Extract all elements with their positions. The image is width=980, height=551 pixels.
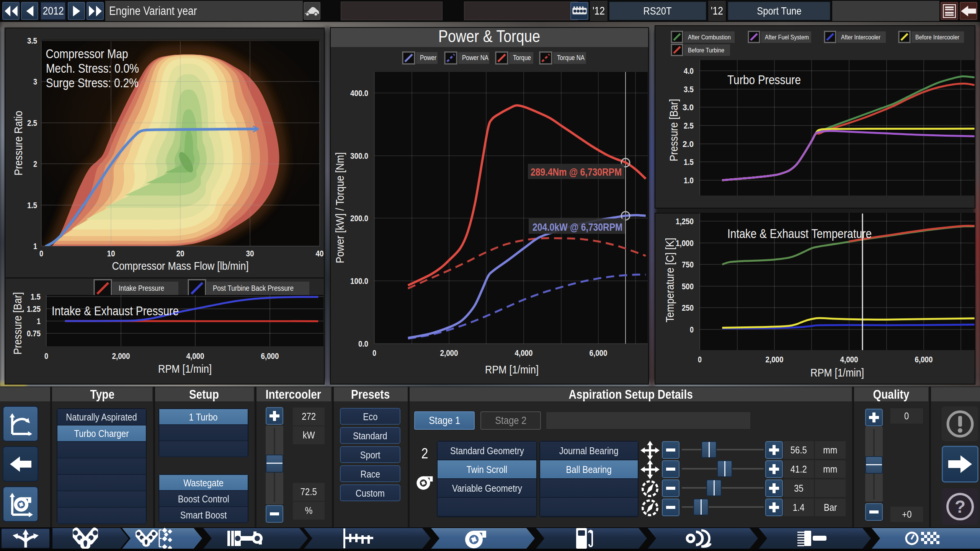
svg-text:2,000: 2,000 [112, 351, 130, 361]
svg-text:2.5: 2.5 [27, 118, 37, 128]
svg-text:3: 3 [33, 77, 37, 86]
svg-text:200.0: 200.0 [350, 214, 368, 223]
svg-text:0.0: 0.0 [358, 339, 368, 349]
svg-text:RPM [1/min]: RPM [1/min] [158, 362, 212, 375]
svg-text:?: ? [954, 497, 965, 517]
svg-text:Before Turbine: Before Turbine [688, 47, 724, 54]
svg-text:4.0: 4.0 [684, 66, 694, 76]
svg-text:30: 30 [246, 249, 254, 258]
svg-text:Pressure Ratio: Pressure Ratio [12, 111, 24, 176]
svg-text:Turbo Pressure: Turbo Pressure [727, 73, 801, 87]
svg-text:300.0: 300.0 [350, 151, 368, 161]
svg-text:Power: Power [420, 54, 436, 62]
svg-text:Torque NA: Torque NA [557, 54, 585, 62]
svg-text:After Intercooler: After Intercooler [841, 34, 880, 41]
svg-text:2: 2 [33, 159, 37, 169]
svg-text:Power & Torque: Power & Torque [438, 27, 540, 46]
svg-text:Pressure [Bar]: Pressure [Bar] [667, 99, 680, 161]
svg-text:750: 750 [682, 260, 694, 269]
svg-text:Power NA: Power NA [462, 54, 488, 62]
svg-text:6,000: 6,000 [261, 351, 279, 361]
svg-text:2,000: 2,000 [440, 348, 458, 358]
svg-text:0: 0 [690, 325, 694, 334]
svg-text:Intake & Exhaust Pressure: Intake & Exhaust Pressure [52, 304, 179, 318]
svg-text:100.0: 100.0 [350, 276, 368, 286]
svg-text:Surge Stress: 0.2%: Surge Stress: 0.2% [46, 76, 139, 90]
svg-text:0: 0 [44, 351, 48, 361]
svg-text:Before Intercooler: Before Intercooler [915, 34, 959, 41]
svg-text:40: 40 [316, 249, 324, 258]
svg-text:Mech. Stress: 0.0%: Mech. Stress: 0.0% [46, 61, 139, 75]
svg-text:1.5: 1.5 [684, 157, 694, 167]
svg-text:6,000: 6,000 [915, 355, 933, 364]
svg-text:Post Turbine Back Pressure: Post Turbine Back Pressure [213, 284, 294, 292]
svg-text:Torque: Torque [513, 54, 531, 62]
svg-text:289.4Nm @ 6,730RPM: 289.4Nm @ 6,730RPM [531, 166, 622, 178]
svg-text:Pressure [Bar]: Pressure [Bar] [11, 292, 24, 355]
svg-text:1: 1 [33, 241, 37, 251]
svg-text:6,000: 6,000 [590, 348, 608, 358]
svg-text:20: 20 [176, 249, 185, 258]
svg-text:0: 0 [39, 249, 43, 258]
svg-text:0.75: 0.75 [27, 329, 41, 338]
svg-text:After Combustion: After Combustion [688, 34, 731, 41]
svg-text:Temperature [C] [K]: Temperature [C] [K] [663, 238, 676, 323]
svg-text:1,250: 1,250 [676, 217, 694, 226]
svg-text:1: 1 [37, 316, 41, 326]
svg-text:4,000: 4,000 [186, 351, 204, 361]
svg-text:1.0: 1.0 [684, 176, 694, 185]
svg-text:3.0: 3.0 [683, 103, 694, 112]
svg-text:2.0: 2.0 [683, 139, 694, 149]
svg-text:1.5: 1.5 [31, 292, 41, 302]
svg-text:400.0: 400.0 [350, 88, 368, 98]
svg-text:Compressor Map: Compressor Map [46, 47, 128, 61]
svg-text:500: 500 [682, 282, 694, 291]
svg-text:Power [kW] / Torque [Nm]: Power [kW] / Torque [Nm] [333, 152, 346, 263]
svg-text:1,000: 1,000 [676, 238, 694, 248]
svg-text:2.5: 2.5 [684, 121, 694, 130]
svg-text:1.25: 1.25 [27, 304, 41, 314]
svg-text:4,000: 4,000 [515, 348, 533, 358]
svg-text:RPM [1/min]: RPM [1/min] [485, 363, 539, 376]
svg-text:0: 0 [372, 348, 376, 358]
svg-text:250: 250 [682, 303, 694, 313]
svg-text:10: 10 [107, 249, 115, 258]
svg-text:1.5: 1.5 [27, 201, 37, 210]
svg-text:After Fuel System: After Fuel System [765, 34, 809, 41]
svg-text:2,000: 2,000 [766, 355, 784, 364]
svg-text:3.5: 3.5 [27, 36, 37, 46]
svg-text:3.5: 3.5 [684, 85, 694, 94]
svg-text:Intake & Exhaust Temperature: Intake & Exhaust Temperature [727, 227, 872, 241]
svg-text:204.0kW @ 6,730RPM: 204.0kW @ 6,730RPM [532, 222, 622, 233]
svg-text:4,000: 4,000 [840, 355, 858, 364]
svg-text:Compressor Mass Flow [lb/min]: Compressor Mass Flow [lb/min] [112, 259, 249, 272]
svg-text:RPM [1/min]: RPM [1/min] [810, 366, 864, 379]
svg-text:Intake Pressure: Intake Pressure [119, 284, 164, 292]
svg-text:0: 0 [698, 355, 702, 364]
